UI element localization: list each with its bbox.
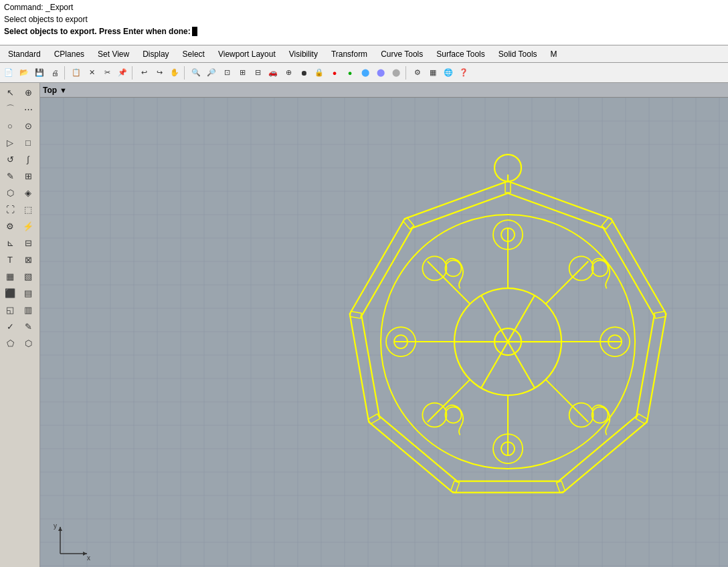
- sidebar-btn-4-1[interactable]: ∫: [19, 151, 37, 167]
- sidebar-btn-3-0[interactable]: ▷: [1, 134, 19, 150]
- sidebar-btn-5-1[interactable]: ⊞: [19, 168, 37, 184]
- command-bar: Command: _Export Select objects to expor…: [0, 0, 728, 45]
- sidebar-btn-2-0[interactable]: ○: [1, 118, 19, 134]
- axis-indicator: x y: [54, 520, 94, 560]
- command-cursor[interactable]: [192, 27, 197, 36]
- tb-zoom-win[interactable]: ⊞: [235, 66, 250, 80]
- tb-undo[interactable]: ↩: [136, 66, 151, 80]
- viewport-topbar: Top ▼: [40, 83, 728, 98]
- toolbar: 📄 📂 💾 🖨 📋 ✕ ✂ 📌 ↩ ↪ ✋ 🔍 🔎 ⊡ ⊞ ⊟ 🚗 ⊕ ⏺ 🔒 …: [0, 63, 728, 83]
- tb-sep2: [132, 66, 134, 80]
- tb-sep4: [405, 66, 408, 80]
- viewport-label: Top: [43, 86, 57, 95]
- left-sidebar: ↖⊕⌒⋯○⊙▷□↺∫✎⊞⬡◈⛶⬚⚙⚡⊾⊟T⊠▦▧⬛▤◱▥✓✎⬠⬡: [0, 83, 40, 567]
- sidebar-btn-4-0[interactable]: ↺: [1, 151, 19, 167]
- viewport-dropdown-btn[interactable]: ▼: [60, 86, 67, 94]
- sidebar-btn-10-1[interactable]: ⊠: [19, 251, 37, 267]
- menu-item-curve-tools[interactable]: Curve Tools: [374, 47, 430, 61]
- menu-item-transform[interactable]: Transform: [325, 47, 374, 61]
- menu-item-select[interactable]: Select: [176, 47, 211, 61]
- sidebar-btn-13-1[interactable]: ▥: [19, 302, 37, 318]
- tb-sep3: [184, 66, 187, 80]
- tb-render[interactable]: ⬤: [389, 66, 403, 80]
- tb-color2[interactable]: ●: [343, 66, 357, 80]
- menu-item-display[interactable]: Display: [136, 47, 175, 61]
- tb-layer[interactable]: 🔒: [312, 66, 327, 80]
- sidebar-btn-14-1[interactable]: ✎: [19, 318, 37, 334]
- tb-redo[interactable]: ↪: [152, 66, 167, 80]
- main-layout: ↖⊕⌒⋯○⊙▷□↺∫✎⊞⬡◈⛶⬚⚙⚡⊾⊟T⊠▦▧⬛▤◱▥✓✎⬠⬡ Top ▼ x…: [0, 83, 728, 567]
- sidebar-btn-1-1[interactable]: ⋯: [19, 101, 37, 117]
- tb-settings[interactable]: ⚙: [410, 66, 425, 80]
- sidebar-btn-15-1[interactable]: ⬡: [19, 335, 37, 351]
- sidebar-btn-3-1[interactable]: □: [19, 134, 37, 150]
- menu-item-standard[interactable]: Standard: [1, 47, 48, 61]
- tb-osnap[interactable]: ⊕: [281, 66, 296, 80]
- tb-paste[interactable]: 📌: [115, 66, 130, 80]
- menu-item-visibility[interactable]: Visibility: [282, 47, 325, 61]
- sidebar-btn-8-1[interactable]: ⚡: [19, 218, 37, 234]
- sidebar-btn-8-0[interactable]: ⚙: [1, 218, 19, 234]
- sidebar-btn-11-1[interactable]: ▧: [19, 268, 37, 284]
- tb-sphere[interactable]: ⬤: [358, 66, 373, 80]
- svg-marker-3: [58, 527, 62, 531]
- sidebar-btn-10-0[interactable]: T: [1, 251, 19, 267]
- menu-bar: StandardCPlanesSet ViewDisplaySelectView…: [0, 45, 728, 63]
- sidebar-btn-7-0[interactable]: ⛶: [1, 201, 19, 217]
- sidebar-btn-14-0[interactable]: ✓: [1, 318, 19, 334]
- sidebar-btn-6-0[interactable]: ⬡: [1, 185, 19, 201]
- sidebar-btn-12-0[interactable]: ⬛: [1, 285, 19, 301]
- tb-cut[interactable]: ✂: [100, 66, 114, 80]
- menu-item-viewport-layout[interactable]: Viewport Layout: [211, 47, 282, 61]
- tb-3d[interactable]: ⬤: [373, 66, 388, 80]
- menu-item-cplanes[interactable]: CPlanes: [48, 47, 91, 61]
- menu-item-surface-tools[interactable]: Surface Tools: [430, 47, 492, 61]
- sidebar-btn-9-1[interactable]: ⊟: [19, 235, 37, 251]
- sidebar-btn-6-1[interactable]: ◈: [19, 185, 37, 201]
- tb-zoom-ext[interactable]: ⊡: [219, 66, 234, 80]
- tb-save[interactable]: 💾: [32, 66, 47, 80]
- tb-zoom-out[interactable]: 🔎: [204, 66, 219, 80]
- sidebar-btn-15-0[interactable]: ⬠: [1, 335, 19, 351]
- tb-copy-doc[interactable]: 📋: [69, 66, 84, 80]
- tb-print[interactable]: 🖨: [48, 66, 62, 80]
- sidebar-btn-9-0[interactable]: ⊾: [1, 235, 19, 251]
- sidebar-btn-0-1[interactable]: ⊕: [19, 84, 37, 100]
- tb-zoom-in[interactable]: 🔍: [189, 66, 203, 80]
- svg-text:x: x: [87, 554, 90, 560]
- tb-help[interactable]: ❓: [456, 66, 471, 80]
- tb-open[interactable]: 📂: [17, 66, 31, 80]
- sidebar-btn-5-0[interactable]: ✎: [1, 168, 19, 184]
- sidebar-btn-12-1[interactable]: ▤: [19, 285, 37, 301]
- tb-record[interactable]: ⏺: [296, 66, 311, 80]
- menu-item-set-view[interactable]: Set View: [91, 47, 136, 61]
- viewport[interactable]: Top ▼ x y: [40, 83, 728, 567]
- tb-sep1: [64, 66, 67, 80]
- grid-canvas: [40, 98, 728, 567]
- tb-new[interactable]: 📄: [1, 66, 16, 80]
- menu-item-m[interactable]: M: [544, 47, 564, 61]
- sidebar-btn-0-0[interactable]: ↖: [1, 84, 19, 100]
- tb-color1[interactable]: ●: [327, 66, 342, 80]
- sidebar-btn-13-0[interactable]: ◱: [1, 302, 19, 318]
- svg-text:y: y: [54, 522, 57, 530]
- sidebar-btn-11-0[interactable]: ▦: [1, 268, 19, 284]
- menu-item-solid-tools[interactable]: Solid Tools: [492, 47, 544, 61]
- command-line1: Command: _Export: [4, 1, 724, 13]
- tb-pan[interactable]: ✋: [167, 66, 182, 80]
- command-line2: Select objects to export: [4, 13, 724, 25]
- sidebar-btn-7-1[interactable]: ⬚: [19, 201, 37, 217]
- sidebar-btn-2-1[interactable]: ⊙: [19, 118, 37, 134]
- sidebar-btn-1-0[interactable]: ⌒: [1, 101, 19, 117]
- tb-display2[interactable]: ▦: [426, 66, 440, 80]
- tb-grid[interactable]: ⊟: [250, 66, 265, 80]
- tb-web[interactable]: 🌐: [441, 66, 456, 80]
- command-line3: Select objects to export. Press Enter wh…: [4, 25, 724, 37]
- tb-snap[interactable]: 🚗: [266, 66, 280, 80]
- tb-delete[interactable]: ✕: [84, 66, 99, 80]
